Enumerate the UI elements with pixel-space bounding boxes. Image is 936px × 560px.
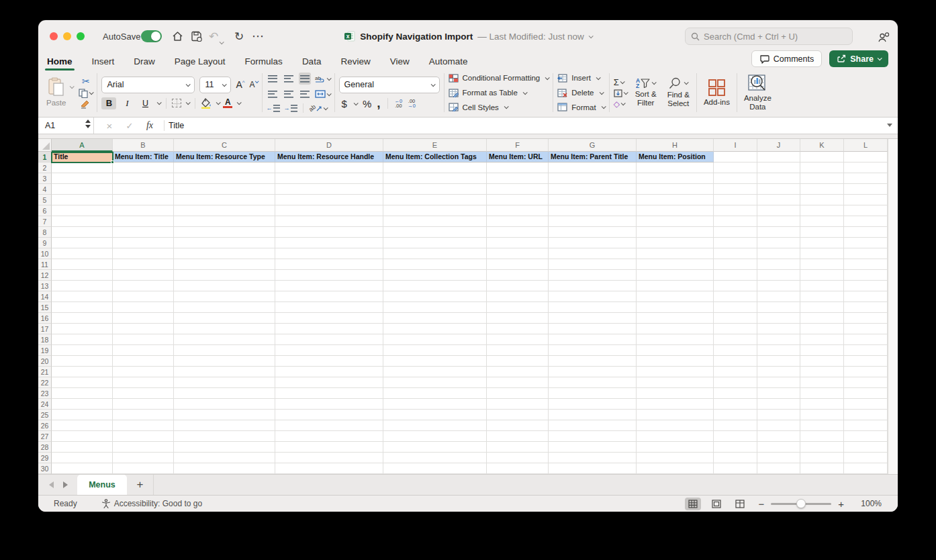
cell-A2[interactable] xyxy=(52,162,113,173)
cell-D21[interactable] xyxy=(275,367,383,377)
cell-I25[interactable] xyxy=(714,410,757,420)
cell-E29[interactable] xyxy=(383,453,487,463)
cell-F23[interactable] xyxy=(487,388,549,399)
row-header-28[interactable]: 28 xyxy=(38,442,52,453)
bold-button[interactable]: B xyxy=(101,97,116,109)
row-header-14[interactable]: 14 xyxy=(38,291,52,302)
column-header-h[interactable]: H xyxy=(637,139,714,152)
cell-C19[interactable] xyxy=(174,345,275,356)
cell-L17[interactable] xyxy=(844,324,888,334)
column-header-f[interactable]: F xyxy=(487,139,549,152)
cell-D2[interactable] xyxy=(275,162,383,173)
tab-insert[interactable]: Insert xyxy=(91,55,115,68)
percent-format-icon[interactable]: % xyxy=(363,98,371,109)
cell-A7[interactable] xyxy=(52,216,113,227)
cell-C28[interactable] xyxy=(174,442,275,453)
cell-I24[interactable] xyxy=(714,399,757,410)
cell-A12[interactable] xyxy=(52,270,113,281)
cell-K9[interactable] xyxy=(800,238,844,248)
cell-C1[interactable]: Menu Item: Resource Type xyxy=(174,152,275,162)
cell-C4[interactable] xyxy=(174,184,275,195)
cell-F4[interactable] xyxy=(487,184,549,195)
cell-E10[interactable] xyxy=(383,248,487,259)
italic-button[interactable]: I xyxy=(120,97,134,109)
cell-J17[interactable] xyxy=(757,324,800,334)
row-header-29[interactable]: 29 xyxy=(38,453,52,463)
cell-H22[interactable] xyxy=(637,377,714,388)
borders-icon[interactable] xyxy=(172,99,181,107)
cell-B11[interactable] xyxy=(113,259,174,270)
cell-J30[interactable] xyxy=(757,463,800,474)
addins-button[interactable]: Add-ins xyxy=(701,72,733,113)
borders-chevron-icon[interactable] xyxy=(186,100,191,105)
cell-J16[interactable] xyxy=(757,313,800,324)
cell-L23[interactable] xyxy=(844,388,888,399)
cell-D4[interactable] xyxy=(275,184,383,195)
cell-F16[interactable] xyxy=(487,313,549,324)
cell-B23[interactable] xyxy=(113,388,174,399)
prev-sheet-icon[interactable] xyxy=(49,481,54,488)
cell-F14[interactable] xyxy=(487,291,549,302)
cell-E9[interactable] xyxy=(383,238,487,248)
cell-B2[interactable] xyxy=(113,162,174,173)
cell-I15[interactable] xyxy=(714,302,757,313)
cell-E6[interactable] xyxy=(383,205,487,216)
cell-J5[interactable] xyxy=(757,195,800,205)
cell-C16[interactable] xyxy=(174,313,275,324)
cell-K8[interactable] xyxy=(800,227,844,238)
cell-I6[interactable] xyxy=(714,205,757,216)
column-header-l[interactable]: L xyxy=(844,139,888,152)
column-header-i[interactable]: I xyxy=(714,139,757,152)
cell-B10[interactable] xyxy=(113,248,174,259)
copy-button[interactable] xyxy=(79,89,93,98)
cell-H5[interactable] xyxy=(637,195,714,205)
row-header-22[interactable]: 22 xyxy=(38,377,52,388)
cell-E27[interactable] xyxy=(383,431,487,442)
cell-B12[interactable] xyxy=(113,270,174,281)
grow-font-icon[interactable]: A^ xyxy=(236,79,244,90)
cell-G10[interactable] xyxy=(549,248,637,259)
cell-I5[interactable] xyxy=(714,195,757,205)
cell-E23[interactable] xyxy=(383,388,487,399)
row-header-27[interactable]: 27 xyxy=(38,431,52,442)
cell-L3[interactable] xyxy=(844,173,888,184)
cell-A25[interactable] xyxy=(52,410,113,420)
search-input[interactable] xyxy=(704,32,847,42)
cell-I26[interactable] xyxy=(714,420,757,431)
cell-F13[interactable] xyxy=(487,281,549,291)
cell-D16[interactable] xyxy=(275,313,383,324)
cell-I4[interactable] xyxy=(714,184,757,195)
cell-B3[interactable] xyxy=(113,173,174,184)
row-header-10[interactable]: 10 xyxy=(38,248,52,259)
cell-C21[interactable] xyxy=(174,367,275,377)
cell-J4[interactable] xyxy=(757,184,800,195)
column-header-j[interactable]: J xyxy=(757,139,800,152)
cell-K25[interactable] xyxy=(800,410,844,420)
row-header-15[interactable]: 15 xyxy=(38,302,52,313)
cell-K29[interactable] xyxy=(800,453,844,463)
font-color-chevron-icon[interactable] xyxy=(237,100,242,105)
column-header-g[interactable]: G xyxy=(549,139,637,152)
cell-I27[interactable] xyxy=(714,431,757,442)
cell-K26[interactable] xyxy=(800,420,844,431)
cell-L2[interactable] xyxy=(844,162,888,173)
cell-G1[interactable]: Menu Item: Parent Title xyxy=(549,152,637,162)
cell-I2[interactable] xyxy=(714,162,757,173)
cell-K30[interactable] xyxy=(800,463,844,474)
cell-D28[interactable] xyxy=(275,442,383,453)
cell-D19[interactable] xyxy=(275,345,383,356)
cell-F28[interactable] xyxy=(487,442,549,453)
cell-A9[interactable] xyxy=(52,238,113,248)
cell-E21[interactable] xyxy=(383,367,487,377)
row-header-23[interactable]: 23 xyxy=(38,388,52,399)
cell-H27[interactable] xyxy=(637,431,714,442)
cell-H6[interactable] xyxy=(637,205,714,216)
autosum-button[interactable]: Σ xyxy=(614,77,624,87)
cell-G23[interactable] xyxy=(549,388,637,399)
clear-button[interactable]: ◇ xyxy=(614,99,624,109)
cell-L1[interactable] xyxy=(844,152,888,162)
align-top-icon[interactable] xyxy=(267,73,279,85)
cell-J3[interactable] xyxy=(757,173,800,184)
row-header-6[interactable]: 6 xyxy=(38,205,52,216)
formula-input[interactable]: Title xyxy=(169,121,184,130)
